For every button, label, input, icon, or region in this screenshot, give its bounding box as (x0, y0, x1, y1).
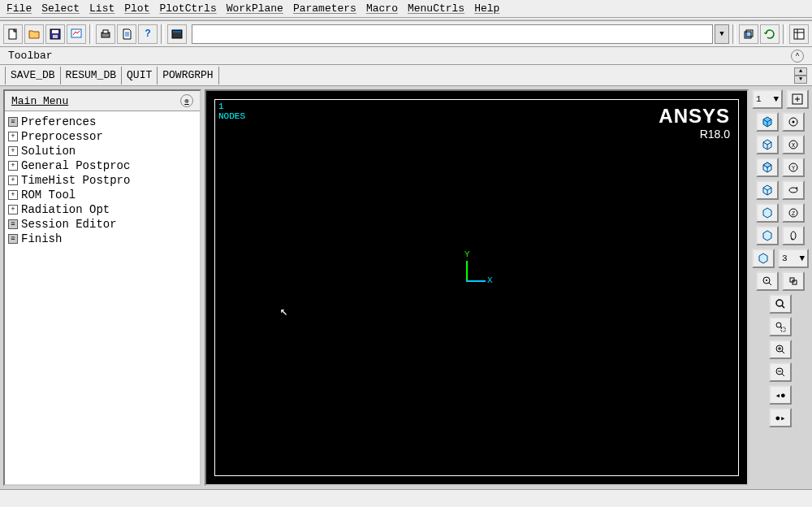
x-axis (466, 280, 486, 282)
tree-radiation-opt[interactable]: +Radiation Opt (6, 202, 198, 217)
svg-rect-4 (71, 29, 81, 37)
y-axis (466, 261, 468, 280)
toolbar-divider (783, 24, 786, 44)
chevron-down-icon: ▼ (799, 254, 805, 263)
graphics-inner: 1 NODES ANSYS R18.0 Y X ↖ (214, 99, 739, 476)
leaf-icon: ≡ (8, 219, 18, 229)
graphics-window[interactable]: 1 NODES ANSYS R18.0 Y X ↖ (205, 89, 749, 486)
toolbar-collapse-button[interactable]: ^ (791, 50, 804, 63)
tree-label: Session Editor (21, 218, 117, 231)
tree-finish[interactable]: ≡Finish (6, 232, 198, 246)
menu-macro[interactable]: Macro (366, 2, 398, 15)
rotate-neg-y-button[interactable] (782, 180, 805, 200)
save-button[interactable] (45, 24, 65, 44)
rate-value: 3 (782, 254, 788, 263)
fit-view-button[interactable] (786, 89, 809, 109)
tree-solution[interactable]: +Solution (6, 144, 198, 158)
top-view-button[interactable] (756, 180, 779, 200)
content-area: Main Menu ⊗ ≡Preferences +Preprocessor +… (0, 86, 812, 489)
input-window-button[interactable] (167, 24, 187, 44)
iso-view-button[interactable] (756, 112, 779, 132)
raise-hidden-button[interactable] (739, 24, 758, 44)
main-menu-header: Main Menu ⊗ (5, 91, 200, 111)
print-button[interactable] (96, 24, 115, 44)
pan-left-button[interactable]: ◂● (769, 385, 792, 405)
expand-icon: + (8, 176, 18, 185)
menu-list[interactable]: List (89, 2, 114, 15)
menu-select[interactable]: Select (41, 2, 80, 15)
main-menu-title: Main Menu (11, 95, 68, 107)
report-button[interactable] (117, 24, 136, 44)
svg-rect-3 (53, 35, 58, 38)
menu-file[interactable]: File (6, 2, 32, 15)
zoom-in-button[interactable] (769, 340, 792, 359)
tree-preprocessor[interactable]: +Preprocessor (6, 129, 198, 144)
back-view-button[interactable] (756, 203, 779, 223)
right-view-button[interactable] (756, 158, 779, 177)
resumdb-button[interactable]: RESUM_DB (61, 67, 122, 84)
main-menu-tree: ≡Preferences +Preprocessor +Solution +Ge… (5, 111, 200, 484)
quit-button[interactable]: QUIT (122, 67, 158, 84)
tree-label: Radiation Opt (21, 203, 110, 216)
svg-point-14 (793, 121, 795, 124)
leaf-icon: ≡ (8, 234, 18, 244)
active-window-select[interactable]: 1▼ (752, 89, 783, 109)
expand-icon: + (8, 205, 18, 214)
rotate-y-button[interactable]: Y (782, 158, 805, 177)
panzoom-button[interactable] (67, 24, 86, 44)
rate-select[interactable]: 3▼ (778, 249, 809, 268)
main-menu-panel: Main Menu ⊗ ≡Preferences +Preprocessor +… (3, 89, 201, 486)
rotate-z-button[interactable]: Z (782, 203, 805, 223)
menu-workplane[interactable]: WorkPlane (227, 2, 283, 15)
left-view-button[interactable] (756, 226, 779, 245)
window-select-value: 1 (756, 94, 762, 104)
tree-session-editor[interactable]: ≡Session Editor (6, 217, 198, 232)
powrgrph-button[interactable]: POWRGRPH (158, 67, 218, 84)
toolbar-scroll[interactable]: ▲▼ (794, 67, 807, 84)
zoom-button[interactable] (769, 294, 792, 314)
tree-label: TimeHist Postpro (21, 174, 130, 187)
tree-preferences[interactable]: ≡Preferences (6, 115, 198, 129)
expand-icon: + (8, 190, 18, 200)
rotate-neg-z-button[interactable] (782, 226, 805, 245)
svg-point-24 (766, 280, 767, 281)
box-zoom-button[interactable] (769, 317, 792, 336)
rate-toggle-button[interactable] (782, 271, 805, 291)
rotate-x-button[interactable]: X (782, 135, 805, 154)
pan-right-button[interactable]: ●▸ (769, 408, 792, 427)
tree-label: Preferences (21, 115, 96, 128)
command-history-dropdown[interactable]: ▼ (715, 24, 729, 44)
dynamic-mode-button[interactable] (756, 271, 779, 291)
bottom-view-button[interactable] (752, 249, 775, 268)
tree-general-postproc[interactable]: +General Postproc (6, 158, 198, 173)
svg-point-27 (776, 300, 783, 306)
menu-menuctrls[interactable]: MenuCtrls (408, 2, 464, 15)
toolbar-label: Toolbar (8, 50, 53, 62)
menu-bar: File Select List Plot PlotCtrls WorkPlan… (0, 0, 812, 18)
menu-plotctrls[interactable]: PlotCtrls (159, 2, 216, 15)
svg-rect-11 (794, 29, 804, 39)
view-toolbar: 1▼ X Y Z 3▼ (752, 89, 809, 486)
tree-label: Preprocessor (21, 130, 103, 143)
open-button[interactable] (24, 24, 44, 44)
zoom-out-button[interactable] (769, 362, 792, 382)
menu-help[interactable]: Help (474, 2, 499, 15)
front-view-button[interactable] (756, 135, 779, 154)
reset-picking-button[interactable] (760, 24, 780, 44)
tree-rom-tool[interactable]: +ROM Tool (6, 188, 198, 202)
toolbar-label-row: Toolbar ^ (0, 47, 812, 65)
new-button[interactable] (3, 24, 23, 44)
help-button[interactable]: ? (138, 24, 158, 44)
plot-label: NODES (218, 111, 245, 121)
savedb-button[interactable]: SAVE_DB (5, 67, 61, 84)
contact-manager-button[interactable] (789, 24, 809, 44)
toolbar-divider (732, 24, 736, 44)
mainmenu-collapse-button[interactable]: ⊗ (180, 94, 193, 107)
menu-plot[interactable]: Plot (124, 2, 149, 15)
menu-parameters[interactable]: Parameters (293, 2, 356, 15)
command-input[interactable] (192, 24, 713, 44)
x-axis-label: X (487, 275, 493, 285)
status-bar (0, 489, 812, 507)
tree-timehist-postpro[interactable]: +TimeHist Postpro (6, 173, 198, 188)
oblique-view-button[interactable] (782, 112, 805, 132)
